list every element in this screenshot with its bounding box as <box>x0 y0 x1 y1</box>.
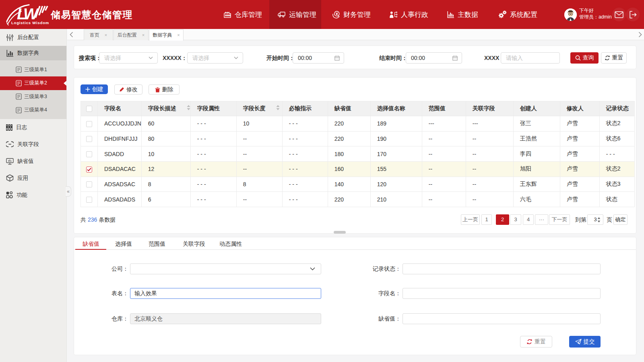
svg-text:Logistics Wisdom: Logistics Wisdom <box>11 21 49 25</box>
